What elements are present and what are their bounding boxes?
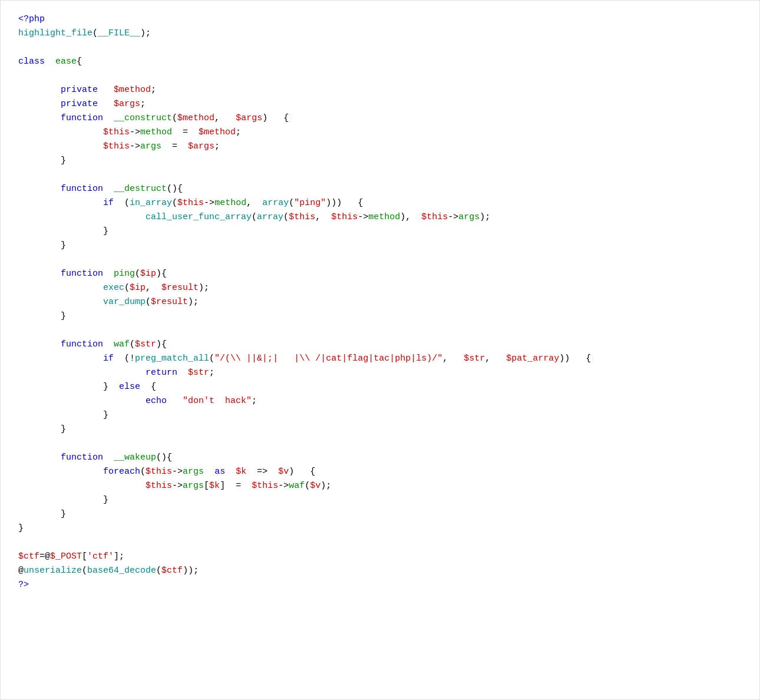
- code-line-22: }: [18, 309, 742, 323]
- code-line-33: foreach($this->args as $k => $v) {: [18, 465, 742, 479]
- code-line-23: [18, 323, 742, 338]
- code-line-38: [18, 536, 742, 550]
- code-line-14: if (in_array($this->method, array("ping"…: [18, 196, 742, 210]
- code-line-12: [18, 168, 742, 182]
- code-line-21: var_dump($result);: [18, 295, 742, 309]
- code-line-31: [18, 437, 742, 451]
- code-line-30: }: [18, 422, 742, 437]
- code-line-18: [18, 253, 742, 267]
- code-line-36: }: [18, 507, 742, 521]
- code-line-9: $this->method = $method;: [18, 126, 742, 140]
- code-line-13: function __destruct(){: [18, 182, 742, 196]
- code-line-25: if (!preg_match_all("/(\\ ||&|;| |\\ /|c…: [18, 352, 742, 366]
- code-line-8: function __construct($method, $args) {: [18, 111, 742, 126]
- code-line-20: exec($ip, $result);: [18, 281, 742, 295]
- code-line-11: }: [18, 154, 742, 168]
- code-line-6: private $method;: [18, 83, 742, 97]
- code-line-40: @unserialize(base64_decode($ctf));: [18, 564, 742, 578]
- code-line-16: }: [18, 224, 742, 239]
- code-line-32: function __wakeup(){: [18, 451, 742, 465]
- code-line-3: [18, 41, 742, 55]
- code-line-26: return $str;: [18, 366, 742, 380]
- code-line-15: call_user_func_array(array($this, $this-…: [18, 210, 742, 224]
- code-line-1: <?php: [18, 12, 742, 27]
- code-line-41: ?>: [18, 578, 742, 592]
- code-line-29: }: [18, 408, 742, 422]
- code-line-7: private $args;: [18, 97, 742, 111]
- code-line-10: $this->args = $args;: [18, 140, 742, 154]
- code-line-37: }: [18, 521, 742, 536]
- code-line-5: [18, 69, 742, 83]
- code-line-24: function waf($str){: [18, 338, 742, 352]
- code-line-17: }: [18, 239, 742, 253]
- code-line-39: $ctf=@$_POST['ctf'];: [18, 550, 742, 564]
- code-line-4: class ease{: [18, 55, 742, 69]
- code-line-27: } else {: [18, 380, 742, 394]
- code-line-34: $this->args[$k] = $this->waf($v);: [18, 479, 742, 493]
- code-line-2: highlight_file(__FILE__);: [18, 27, 742, 41]
- code-line-35: }: [18, 493, 742, 507]
- code-line-19: function ping($ip){: [18, 267, 742, 281]
- code-line-28: echo "don't hack";: [18, 394, 742, 408]
- code-container: <?php highlight_file(__FILE__); class ea…: [0, 0, 760, 700]
